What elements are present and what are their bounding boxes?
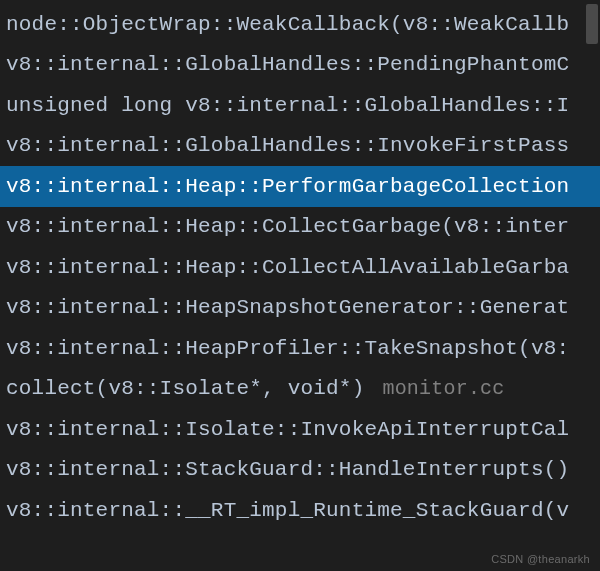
stack-frame-text: collect(v8::Isolate*, void*) [6, 377, 364, 400]
stack-frame-text: v8::internal::HeapProfiler::TakeSnapshot… [6, 337, 569, 360]
stack-frame-text: v8::internal::GlobalHandles::PendingPhan… [6, 53, 569, 76]
stack-frame-source: monitor.cc [382, 377, 504, 400]
stack-frame-text: v8::internal::Heap::CollectAllAvailableG… [6, 256, 569, 279]
call-stack-list: node::ObjectWrap::WeakCallback(v8::WeakC… [0, 0, 600, 531]
stack-frame-text: v8::internal::Heap::PerformGarbageCollec… [6, 175, 569, 198]
stack-frame-text: v8::internal::Heap::CollectGarbage(v8::i… [6, 215, 569, 238]
watermark-text: CSDN @theanarkh [491, 553, 590, 565]
stack-frame-text: unsigned long v8::internal::GlobalHandle… [6, 94, 569, 117]
stack-frame-row[interactable]: v8::internal::__RT_impl_Runtime_StackGua… [0, 490, 600, 531]
stack-frame-row[interactable]: collect(v8::Isolate*, void*)monitor.cc [0, 369, 600, 410]
stack-frame-row[interactable]: v8::internal::Isolate::InvokeApiInterrup… [0, 409, 600, 450]
stack-frame-text: node::ObjectWrap::WeakCallback(v8::WeakC… [6, 13, 569, 36]
stack-frame-text: v8::internal::__RT_impl_Runtime_StackGua… [6, 499, 569, 522]
stack-frame-row[interactable]: v8::internal::HeapProfiler::TakeSnapshot… [0, 328, 600, 369]
stack-frame-text: v8::internal::StackGuard::HandleInterrup… [6, 458, 569, 481]
stack-frame-row[interactable]: v8::internal::HeapSnapshotGenerator::Gen… [0, 288, 600, 329]
stack-frame-row[interactable]: node::ObjectWrap::WeakCallback(v8::WeakC… [0, 4, 600, 45]
stack-frame-text: v8::internal::Isolate::InvokeApiInterrup… [6, 418, 569, 441]
stack-frame-row[interactable]: v8::internal::StackGuard::HandleInterrup… [0, 450, 600, 491]
stack-frame-row[interactable]: v8::internal::GlobalHandles::PendingPhan… [0, 45, 600, 86]
stack-frame-row[interactable]: v8::internal::Heap::CollectAllAvailableG… [0, 247, 600, 288]
stack-frame-text: v8::internal::GlobalHandles::InvokeFirst… [6, 134, 569, 157]
scrollbar-thumb[interactable] [586, 4, 598, 44]
stack-frame-text: v8::internal::HeapSnapshotGenerator::Gen… [6, 296, 569, 319]
stack-frame-row[interactable]: v8::internal::GlobalHandles::InvokeFirst… [0, 126, 600, 167]
stack-frame-row[interactable]: unsigned long v8::internal::GlobalHandle… [0, 85, 600, 126]
stack-frame-row[interactable]: v8::internal::Heap::CollectGarbage(v8::i… [0, 207, 600, 248]
stack-frame-row[interactable]: v8::internal::Heap::PerformGarbageCollec… [0, 166, 600, 207]
